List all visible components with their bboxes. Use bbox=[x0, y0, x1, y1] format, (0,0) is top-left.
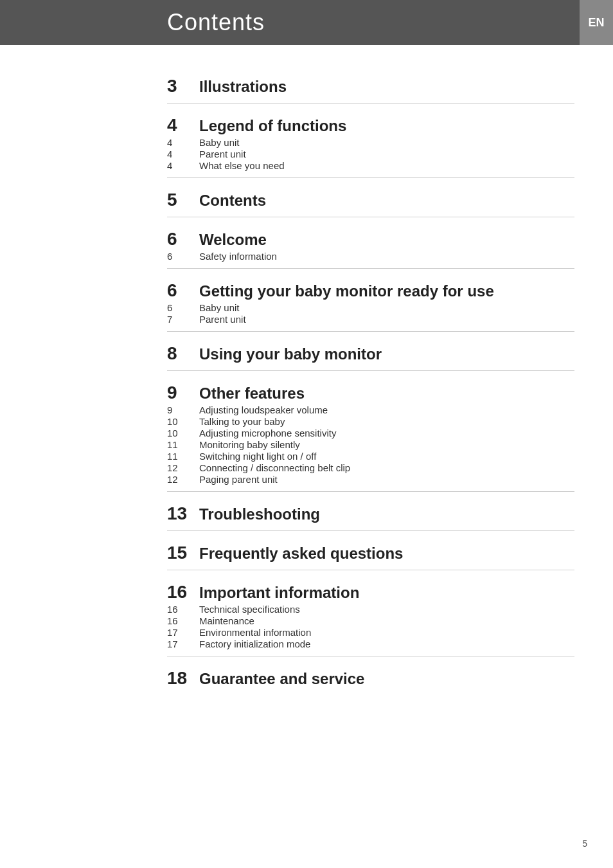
toc-subitem: 17Factory initialization mode bbox=[167, 638, 574, 649]
toc-heading-using: 8Using your baby monitor bbox=[167, 343, 574, 364]
subitem-page-num: 12 bbox=[167, 462, 199, 473]
toc-subitem: 11Switching night light on / off bbox=[167, 451, 574, 462]
toc-section-illustrations: 3Illustrations bbox=[167, 76, 574, 96]
divider bbox=[167, 656, 574, 656]
toc-section-legend-of-functions: 4Legend of functions4Baby unit4Parent un… bbox=[167, 103, 574, 171]
subitem-page-num: 7 bbox=[167, 314, 199, 325]
toc-heading-illustrations: 3Illustrations bbox=[167, 76, 574, 96]
subitem-page-num: 4 bbox=[167, 160, 199, 171]
divider bbox=[167, 177, 574, 178]
toc-heading-legend-of-functions: 4Legend of functions bbox=[167, 115, 574, 136]
subitem-title: Adjusting microphone sensitivity bbox=[199, 428, 336, 439]
subitem-title: Monitoring baby silently bbox=[199, 439, 300, 450]
toc-subitem: 12Connecting / disconnecting belt clip bbox=[167, 462, 574, 473]
subitem-page-num: 11 bbox=[167, 451, 199, 462]
section-page-num: 5 bbox=[167, 190, 199, 210]
toc-section-other-features: 9Other features9Adjusting loudspeaker vo… bbox=[167, 370, 574, 485]
section-page-num: 9 bbox=[167, 383, 199, 403]
toc-section-faq: 15Frequently asked questions bbox=[167, 530, 574, 563]
divider bbox=[167, 217, 574, 217]
subitem-title: Environmental information bbox=[199, 627, 311, 638]
subitem-page-num: 10 bbox=[167, 416, 199, 427]
toc-heading-faq: 15Frequently asked questions bbox=[167, 543, 574, 563]
subitem-page-num: 17 bbox=[167, 627, 199, 638]
divider bbox=[167, 331, 574, 332]
subitem-page-num: 12 bbox=[167, 474, 199, 485]
toc-heading-other-features: 9Other features bbox=[167, 383, 574, 403]
toc-section-getting-ready: 6Getting your baby monitor ready for use… bbox=[167, 268, 574, 325]
section-page-num: 4 bbox=[167, 115, 199, 136]
divider bbox=[167, 570, 574, 570]
toc-subitem: 10Talking to your baby bbox=[167, 416, 574, 427]
divider bbox=[167, 491, 574, 492]
subitem-page-num: 9 bbox=[167, 404, 199, 415]
section-title: Other features bbox=[199, 384, 305, 402]
subitem-title: Technical specifications bbox=[199, 604, 300, 615]
section-title: Using your baby monitor bbox=[199, 345, 382, 363]
header-bar: Contents EN bbox=[0, 0, 613, 45]
subitem-page-num: 16 bbox=[167, 604, 199, 615]
toc-subitem: 6Safety information bbox=[167, 251, 574, 262]
section-title: Contents bbox=[199, 192, 266, 210]
toc-section-troubleshooting: 13Troubleshooting bbox=[167, 491, 574, 524]
section-title: Welcome bbox=[199, 231, 267, 249]
toc-subitem: 12Paging parent unit bbox=[167, 474, 574, 485]
section-page-num: 6 bbox=[167, 229, 199, 249]
toc-section-important-info: 16Important information16Technical speci… bbox=[167, 570, 574, 649]
section-page-num: 13 bbox=[167, 503, 199, 524]
subitem-page-num: 11 bbox=[167, 439, 199, 450]
toc-heading-getting-ready: 6Getting your baby monitor ready for use bbox=[167, 280, 574, 301]
toc-subitem: 4What else you need bbox=[167, 160, 574, 171]
subitem-title: Parent unit bbox=[199, 314, 246, 325]
section-page-num: 6 bbox=[167, 280, 199, 301]
section-page-num: 8 bbox=[167, 343, 199, 364]
section-page-num: 18 bbox=[167, 668, 199, 689]
section-title: Illustrations bbox=[199, 78, 287, 96]
toc-subitem: 4Baby unit bbox=[167, 137, 574, 148]
divider bbox=[167, 103, 574, 104]
subitem-title: Connecting / disconnecting belt clip bbox=[199, 462, 350, 473]
subitem-page-num: 6 bbox=[167, 302, 199, 313]
subitem-title: Baby unit bbox=[199, 137, 240, 148]
toc-subitem: 9Adjusting loudspeaker volume bbox=[167, 404, 574, 415]
subitem-title: Safety information bbox=[199, 251, 277, 262]
toc-heading-welcome: 6Welcome bbox=[167, 229, 574, 249]
toc-section-welcome: 6Welcome6Safety information bbox=[167, 217, 574, 262]
divider bbox=[167, 268, 574, 269]
toc-heading-troubleshooting: 13Troubleshooting bbox=[167, 503, 574, 524]
toc-section-guarantee: 18Guarantee and service bbox=[167, 656, 574, 689]
section-title: Legend of functions bbox=[199, 117, 346, 135]
page-number: 5 bbox=[582, 838, 587, 849]
section-title: Troubleshooting bbox=[199, 505, 320, 523]
lang-badge: EN bbox=[580, 0, 613, 45]
section-title: Guarantee and service bbox=[199, 670, 364, 688]
toc-heading-important-info: 16Important information bbox=[167, 582, 574, 602]
subitem-title: Talking to your baby bbox=[199, 416, 285, 427]
section-page-num: 16 bbox=[167, 582, 199, 602]
section-page-num: 3 bbox=[167, 76, 199, 96]
subitem-title: Adjusting loudspeaker volume bbox=[199, 404, 328, 415]
subitem-title: Switching night light on / off bbox=[199, 451, 316, 462]
toc-subitem: 11Monitoring baby silently bbox=[167, 439, 574, 450]
subitem-page-num: 17 bbox=[167, 638, 199, 649]
toc-subitem: 17Environmental information bbox=[167, 627, 574, 638]
toc-subitem: 10Adjusting microphone sensitivity bbox=[167, 428, 574, 439]
toc-heading-contents: 5Contents bbox=[167, 190, 574, 210]
toc-section-using: 8Using your baby monitor bbox=[167, 331, 574, 364]
subitem-page-num: 6 bbox=[167, 251, 199, 262]
subitem-page-num: 4 bbox=[167, 137, 199, 148]
left-strip bbox=[0, 0, 148, 868]
divider bbox=[167, 370, 574, 371]
page-title: Contents bbox=[167, 9, 265, 36]
section-title: Frequently asked questions bbox=[199, 545, 403, 563]
subitem-title: Baby unit bbox=[199, 302, 240, 313]
toc-subitem: 6Baby unit bbox=[167, 302, 574, 313]
toc-subitem: 4Parent unit bbox=[167, 149, 574, 159]
subitem-page-num: 10 bbox=[167, 428, 199, 439]
section-title: Getting your baby monitor ready for use bbox=[199, 282, 494, 300]
subitem-title: Factory initialization mode bbox=[199, 638, 310, 649]
section-page-num: 15 bbox=[167, 543, 199, 563]
toc-subitem: 7Parent unit bbox=[167, 314, 574, 325]
subitem-title: Maintenance bbox=[199, 615, 254, 626]
section-title: Important information bbox=[199, 584, 359, 602]
